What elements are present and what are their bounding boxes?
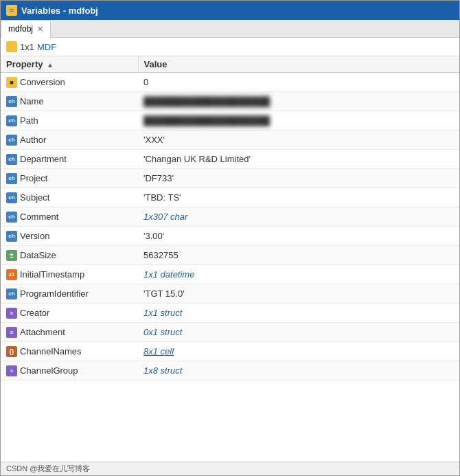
table-row: ±DataSize5632755 (1, 246, 459, 265)
property-cell: {}ChannelNames (1, 342, 138, 361)
table-row: ≡ChannelGroup1x8 struct (1, 361, 459, 381)
value-cell[interactable]: 8x1 cell (138, 342, 459, 361)
value-link[interactable]: 1x307 char (143, 212, 187, 222)
value-cell[interactable]: 1x1 datetime (138, 265, 459, 284)
table-row: chAuthor'XXX' (1, 131, 459, 150)
ch-icon: ch (6, 154, 17, 165)
ch-icon: ch (6, 231, 17, 242)
property-name: Version (20, 231, 49, 241)
properties-table-container: Property ▲ Value ■Conversion0chName█████… (1, 56, 459, 462)
property-name: Attachment (20, 327, 65, 337)
value-link[interactable]: 1x1 struct (143, 308, 182, 318)
ch-icon: ch (6, 115, 17, 126)
title-icon (6, 5, 17, 16)
property-name: Path (20, 115, 38, 126)
title-text: Variables - mdfobj (21, 5, 98, 16)
31-icon: 31 (6, 269, 17, 280)
property-name: DataSize (20, 250, 56, 260)
E-icon: ≡ (6, 308, 17, 319)
property-name: Name (20, 96, 44, 106)
variables-window: Variables - mdfobj mdfobj ✕ 1x1 MDF Prop… (0, 0, 460, 476)
value-link[interactable]: 0x1 struct (143, 327, 182, 337)
property-name: ChannelNames (20, 346, 82, 356)
value-cell[interactable]: 1x1 struct (138, 304, 459, 323)
property-cell: ■Conversion (1, 73, 138, 92)
property-cell: ≡Creator (1, 304, 138, 323)
svg-rect-0 (8, 7, 15, 14)
property-name: ProgramIdentifier (20, 288, 89, 299)
value-column-header: Value (138, 56, 459, 73)
value-cell: ████████████████████ (138, 92, 459, 111)
value-cell: 'DF733' (138, 169, 459, 188)
table-row: chName████████████████████ (1, 92, 459, 111)
property-cell: 31InitialTimestamp (1, 265, 138, 284)
breadcrumb-link[interactable]: MDF (37, 42, 56, 52)
value-cell: 'Changan UK R&D Limited' (138, 150, 459, 169)
footer-text: CSDN @我爱在儿写博客 (6, 464, 90, 474)
table-row: chSubject'TBD: TS' (1, 188, 459, 207)
value-cell: 5632755 (138, 246, 459, 265)
tab-bar: mdfobj ✕ (1, 20, 459, 38)
properties-table: Property ▲ Value ■Conversion0chName█████… (1, 56, 459, 381)
braces-icon: {} (6, 346, 17, 357)
property-cell: chVersion (1, 227, 138, 246)
value-link[interactable]: 1x8 struct (143, 365, 182, 376)
blurred-value: ████████████████████ (143, 96, 270, 106)
value-cell: 'XXX' (138, 131, 459, 150)
table-row: chProgramIdentifier'TGT 15.0' (1, 284, 459, 304)
table-row: chDepartment'Changan UK R&D Limited' (1, 150, 459, 169)
property-cell: ≡Attachment (1, 323, 138, 342)
value-link-underline[interactable]: 8x1 cell (143, 346, 174, 356)
property-name: InitialTimestamp (20, 269, 84, 280)
property-cell: chProgramIdentifier (1, 284, 138, 304)
svg-rect-1 (10, 9, 14, 10)
property-cell: chSubject (1, 188, 138, 207)
table-row: ■Conversion0 (1, 73, 459, 92)
value-cell[interactable]: 0x1 struct (138, 323, 459, 342)
property-name: Department (20, 154, 67, 164)
breadcrumb-size: 1x1 (20, 42, 34, 52)
property-cell: chComment (1, 207, 138, 227)
property-name: Creator (20, 308, 49, 318)
mdfobj-tab[interactable]: mdfobj ✕ (1, 20, 51, 38)
E-icon: ≡ (6, 365, 17, 376)
table-row: 31InitialTimestamp1x1 datetime (1, 265, 459, 284)
table-row: chProject'DF733' (1, 169, 459, 188)
property-cell: chPath (1, 111, 138, 131)
footer-bar: CSDN @我爱在儿写博客 (1, 462, 459, 475)
table-row: chComment1x307 char (1, 207, 459, 227)
blurred-value: ████████████████████ (143, 115, 270, 126)
sort-arrow-icon: ▲ (47, 61, 54, 69)
table-row: {}ChannelNames8x1 cell (1, 342, 459, 361)
value-link[interactable]: 1x1 datetime (143, 269, 194, 280)
property-name: Subject (20, 192, 49, 203)
value-cell[interactable]: 1x8 struct (138, 361, 459, 381)
plus-icon: ± (6, 250, 17, 261)
property-cell: chAuthor (1, 131, 138, 150)
breadcrumb-icon (6, 41, 17, 52)
property-name: Author (20, 135, 46, 145)
breadcrumb-bar: 1x1 MDF (1, 38, 459, 56)
tab-label: mdfobj (8, 24, 33, 34)
value-cell: 0 (138, 73, 459, 92)
table-row: chPath████████████████████ (1, 111, 459, 131)
tab-close-icon[interactable]: ✕ (37, 25, 43, 34)
ch-icon: ch (6, 96, 17, 107)
table-row: chVersion'3.00' (1, 227, 459, 246)
cube-icon: ■ (6, 77, 17, 88)
property-cell: ≡ChannelGroup (1, 361, 138, 381)
ch-icon: ch (6, 173, 17, 184)
value-cell[interactable]: 1x307 char (138, 207, 459, 227)
table-row: ≡Creator1x1 struct (1, 304, 459, 323)
property-name: ChannelGroup (20, 365, 78, 376)
property-cell: ±DataSize (1, 246, 138, 265)
svg-rect-2 (10, 11, 14, 12)
property-name: Conversion (20, 77, 65, 87)
table-header-row: Property ▲ Value (1, 56, 459, 73)
property-name: Comment (20, 212, 58, 222)
property-cell: chProject (1, 169, 138, 188)
value-cell: ████████████████████ (138, 111, 459, 131)
value-cell: 'TGT 15.0' (138, 284, 459, 304)
property-name: Project (20, 173, 47, 183)
property-cell: chName (1, 92, 138, 111)
